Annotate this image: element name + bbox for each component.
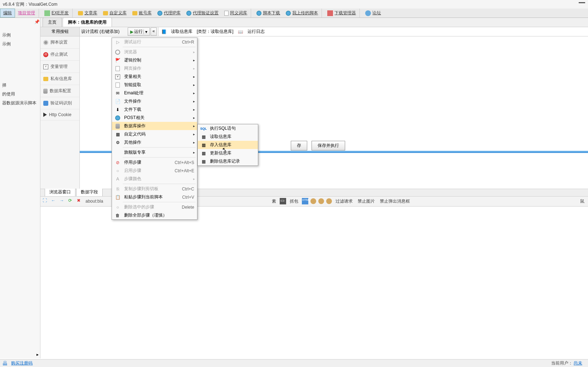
stop-icon[interactable]: ✖: [77, 198, 83, 204]
tab-browser-window[interactable]: 浏览器窗口: [45, 188, 75, 196]
tb-synonym[interactable]: 同义词库: [221, 9, 250, 17]
globe-icon: [157, 11, 162, 16]
dropdown-icon[interactable]: ▾: [143, 29, 147, 34]
read-info-label: 读取信息库: [171, 29, 192, 35]
delete-icon: 🗑: [113, 213, 122, 218]
block-img-button[interactable]: 禁止图片: [356, 198, 376, 204]
browser-content[interactable]: [40, 207, 588, 359]
submenu-delete-rec[interactable]: ▦删除信息库记录: [198, 157, 258, 165]
filter-button[interactable]: 过滤请求: [334, 198, 354, 204]
menu-paste-steps[interactable]: 📋粘贴步骤到当前脚本Ctrl+V: [112, 193, 197, 201]
http-cookie-button[interactable]: Http Cookie: [40, 109, 79, 120]
menu-test-run[interactable]: ▷测试运行Ctrl+R: [112, 38, 197, 46]
captcha-button[interactable]: 验证码识别: [40, 97, 79, 109]
save-button[interactable]: 存: [291, 141, 307, 150]
pin-icon[interactable]: 📌: [34, 19, 39, 24]
var-mgmt-button[interactable]: V变量管理: [40, 61, 79, 73]
chevron-right-icon: ▸: [193, 75, 195, 79]
tree-item[interactable]: 示例: [2, 31, 39, 40]
menu-delete-sel[interactable]: ○删除选中的步骤Delete: [112, 203, 197, 211]
check-icon: ○: [113, 168, 122, 173]
menu-email[interactable]: ✉Email处理▸: [112, 89, 197, 97]
menu-browser[interactable]: 浏览器▸: [112, 48, 197, 56]
menu-copy-steps[interactable]: ⎘复制步骤到剪切板Ctrl+C: [112, 185, 197, 193]
tree-item[interactable]: 择: [2, 81, 39, 90]
tab-script[interactable]: 脚本：信息库的使用: [63, 18, 112, 27]
menu-step-color[interactable]: A步骤颜色▸: [112, 175, 197, 183]
menu-custom-code[interactable]: ▦自定义代码▸: [112, 130, 197, 138]
menu-webpage[interactable]: 网页操作▸: [112, 64, 197, 73]
refresh-icon[interactable]: ⟳: [68, 198, 75, 204]
tb-proxy[interactable]: 代理IP库: [155, 9, 183, 17]
private-info-button[interactable]: 私有信息库: [40, 73, 79, 85]
menu-file-op[interactable]: 📄文件操作▸: [112, 97, 197, 105]
gear-icon: [43, 40, 48, 45]
font-icon: A: [113, 177, 122, 182]
menu-file-dl[interactable]: ⬇文件下载▸: [112, 105, 197, 114]
cookie-icon[interactable]: [318, 198, 324, 204]
download-icon: [256, 11, 261, 16]
forward-icon[interactable]: →: [60, 198, 66, 204]
menu-logic[interactable]: 🚩逻辑控制▸: [112, 56, 197, 64]
db-config-button[interactable]: 数据库配置: [40, 85, 79, 97]
cursor-icon: ↖: [222, 146, 227, 153]
expand-icon[interactable]: ⛶: [43, 198, 49, 204]
menu-disable-step[interactable]: ⊘停用步骤Ctrl+Alt+S: [112, 158, 197, 167]
tab-data-field[interactable]: 数据字段: [76, 188, 103, 196]
chevron-right-icon: ▸: [193, 58, 195, 62]
tb-my-upload[interactable]: 我上传的脚本: [283, 9, 321, 17]
tb-script-dl[interactable]: 脚本下载: [254, 9, 283, 17]
collapse-button[interactable]: «: [151, 28, 157, 36]
chevron-right-icon: ▸: [193, 140, 195, 144]
submenu-exec-sql[interactable]: SQL执行SQL语句: [198, 124, 258, 133]
tb-article[interactable]: 文章库: [75, 9, 100, 17]
tb-custom[interactable]: 自定义库: [100, 9, 129, 17]
scroll-right-icon[interactable]: ▸: [36, 352, 39, 357]
block-popup-button[interactable]: 禁止弹出消息框: [378, 198, 411, 204]
monitor-icon[interactable]: ▭: [280, 198, 286, 204]
script-settings-button[interactable]: 脚本设置: [40, 36, 79, 49]
tab-main[interactable]: 主页: [43, 18, 62, 27]
stop-test-button[interactable]: 停停止测试: [40, 49, 79, 61]
capture-button[interactable]: 抓包: [288, 198, 300, 204]
tb-edit[interactable]: 编辑: [0, 9, 15, 18]
menu-variable[interactable]: V变量相关▸: [112, 73, 197, 81]
tb-dl-mgr[interactable]: 下载管理器: [324, 9, 359, 17]
minimize-button[interactable]: [579, 2, 585, 3]
back-icon[interactable]: ←: [51, 198, 58, 204]
element-button[interactable]: 素: [270, 198, 278, 204]
submenu-save-info[interactable]: ▦存入信息库: [198, 141, 258, 149]
table-icon: ▦: [199, 134, 208, 139]
user-status-link[interactable]: 尚未: [574, 361, 582, 366]
address-text[interactable]: about:bla: [85, 199, 103, 204]
tree-item[interactable]: 示例: [2, 40, 39, 49]
submenu-read-info[interactable]: ▦读取信息库: [198, 133, 258, 141]
play-icon: [43, 113, 47, 117]
tb-account[interactable]: 账号库: [129, 9, 155, 17]
tb-project[interactable]: 项目管理: [15, 9, 38, 17]
html-icon[interactable]: HTML: [302, 198, 308, 204]
tree-item[interactable]: 的使用: [2, 90, 39, 99]
book-icon: 📖: [238, 29, 243, 34]
info-bar: 📘 读取信息库 [类型：读取信息库] 📖 运行日志: [158, 27, 588, 36]
cookie-icon[interactable]: [310, 198, 316, 204]
menu-post[interactable]: POST相关▸: [112, 114, 197, 122]
folder-icon: [78, 11, 83, 15]
menu-db-op[interactable]: 数据库操作▸: [112, 122, 197, 130]
tree-item[interactable]: 器数据源演示脚本: [2, 99, 39, 108]
cookie-icon[interactable]: [326, 198, 332, 204]
run-log-label[interactable]: 运行日志: [248, 29, 265, 35]
menu-other[interactable]: ⚙其他操作▸: [112, 138, 197, 147]
menu-enable-step[interactable]: ○启用步骤Ctrl+Alt+E: [112, 167, 197, 175]
run-button[interactable]: ▶运行▾: [128, 28, 150, 36]
status-link-product[interactable]: 品: [3, 361, 7, 366]
tb-exe[interactable]: EXE开发: [41, 9, 72, 17]
tb-proxy-verify[interactable]: 代理验证设置: [183, 9, 221, 17]
status-link-buy[interactable]: 购买注册码: [11, 361, 33, 366]
menu-flagship[interactable]: 旗舰版专享▸: [112, 148, 197, 157]
menu-delete-all[interactable]: 🗑删除全部步骤（谨慎）: [112, 211, 197, 219]
tb-forum[interactable]: 论坛: [362, 9, 384, 17]
menu-smart-extract[interactable]: 智能提取▸: [112, 81, 197, 89]
submenu-update-info[interactable]: ▦更新信息库: [198, 149, 258, 157]
save-run-button[interactable]: 保存并执行: [312, 141, 345, 150]
